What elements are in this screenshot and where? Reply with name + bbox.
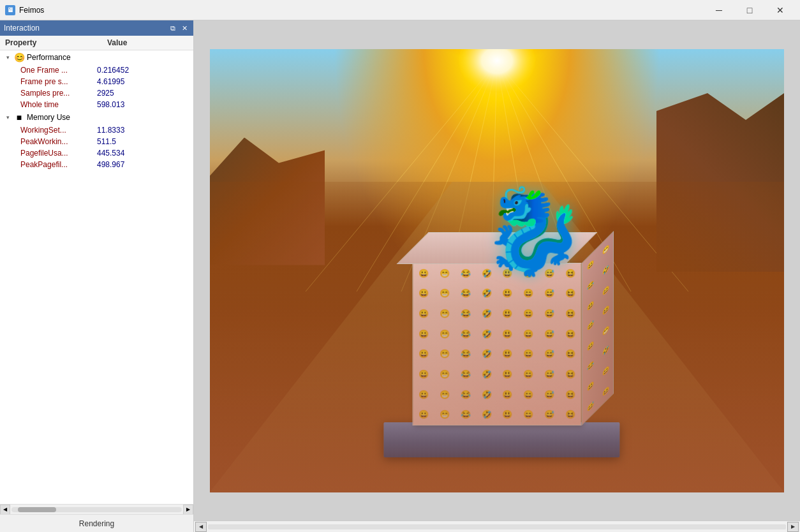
panel-scrollbar-horizontal[interactable]: ◀ ▶ bbox=[0, 504, 193, 514]
prop-value: 4.61995 bbox=[97, 77, 191, 86]
prop-name: One Frame ... bbox=[20, 66, 97, 75]
prop-row: Whole time 598.013 bbox=[0, 99, 193, 110]
scroll-track[interactable] bbox=[11, 507, 182, 512]
prop-row: PeakWorkin... 511.5 bbox=[0, 136, 193, 147]
prop-name: PagefileUsa... bbox=[20, 149, 97, 158]
window-controls: ─ □ ✕ bbox=[704, 0, 795, 20]
left-panel: Interaction ⧉ ✕ Property Value ▾ 😊 Perfo… bbox=[0, 20, 194, 532]
scroll-right-button[interactable]: ▶ bbox=[183, 505, 193, 515]
viewport-scroll-left[interactable]: ◀ bbox=[195, 522, 207, 532]
panel-footer-label: Rendering bbox=[79, 519, 114, 528]
col-property: Property bbox=[5, 38, 107, 47]
expand-icon: ▾ bbox=[3, 112, 13, 122]
prop-value: 11.8333 bbox=[97, 126, 191, 135]
panel-float-button[interactable]: ⧉ bbox=[168, 23, 178, 33]
prop-value: 0.216452 bbox=[97, 66, 191, 75]
panel-controls: ⧉ ✕ bbox=[168, 23, 189, 33]
scroll-left-button[interactable]: ◀ bbox=[0, 505, 10, 515]
scroll-thumb[interactable] bbox=[18, 507, 56, 512]
prop-name: Frame pre s... bbox=[20, 77, 97, 86]
right-panel: 😀😁😂🤣😃😄😅😆😀😁😂🤣😃😄😅😆😀😁😂🤣😃😄😅😆😀😁😂🤣😃😄😅😆😀😁😂🤣😃😄😅😆… bbox=[194, 20, 800, 532]
prop-row: Frame pre s... 4.61995 bbox=[0, 76, 193, 87]
prop-value: 598.013 bbox=[97, 100, 191, 109]
group-icon: 😊 bbox=[14, 52, 24, 63]
prop-value: 2925 bbox=[97, 89, 191, 98]
viewport-scroll-right[interactable]: ▶ bbox=[787, 522, 799, 532]
prop-name: WorkingSet... bbox=[20, 126, 97, 135]
window-title: Feimos bbox=[19, 6, 704, 15]
prop-row: PeakPagefil... 498.967 bbox=[0, 159, 193, 170]
prop-row: Samples pre... 2925 bbox=[0, 87, 193, 99]
prop-name: Whole time bbox=[20, 100, 97, 109]
prop-value: 498.967 bbox=[97, 160, 191, 169]
scene: 😀😁😂🤣😃😄😅😆😀😁😂🤣😃😄😅😆😀😁😂🤣😃😄😅😆😀😁😂🤣😃😄😅😆😀😁😂🤣😃😄😅😆… bbox=[210, 49, 784, 492]
prop-group-performance[interactable]: ▾ 😊 Performance bbox=[0, 50, 193, 64]
prop-name: Samples pre... bbox=[20, 89, 97, 98]
viewport: 😀😁😂🤣😃😄😅😆😀😁😂🤣😃😄😅😆😀😁😂🤣😃😄😅😆😀😁😂🤣😃😄😅😆😀😁😂🤣😃😄😅😆… bbox=[194, 20, 800, 521]
prop-row: One Frame ... 0.216452 bbox=[0, 64, 193, 76]
maximize-button[interactable]: □ bbox=[735, 0, 764, 20]
group-label: Memory Use bbox=[27, 113, 70, 122]
property-table-header: Property Value bbox=[0, 36, 193, 50]
main-layout: Interaction ⧉ ✕ Property Value ▾ 😊 Perfo… bbox=[0, 20, 800, 532]
panel-footer: Rendering bbox=[0, 514, 193, 532]
app-icon: 🖥 bbox=[5, 5, 15, 15]
panel-title: Interaction bbox=[4, 24, 168, 33]
prop-group-memory-use[interactable]: ▾ ■ Memory Use bbox=[0, 110, 193, 124]
expand-icon: ▾ bbox=[3, 52, 13, 63]
property-tree[interactable]: ▾ 😊 Performance One Frame ... 0.216452 F… bbox=[0, 50, 193, 504]
prop-name: PeakWorkin... bbox=[20, 137, 97, 146]
close-button[interactable]: ✕ bbox=[766, 0, 795, 20]
panel-header: Interaction ⧉ ✕ bbox=[0, 20, 193, 36]
minimize-button[interactable]: ─ bbox=[704, 0, 734, 20]
col-value: Value bbox=[107, 38, 188, 47]
prop-name: PeakPagefil... bbox=[20, 160, 97, 169]
viewport-scroll-track[interactable] bbox=[208, 524, 786, 529]
viewport-scrollbar-horizontal[interactable]: ◀ ▶ bbox=[194, 521, 800, 532]
title-bar: 🖥 Feimos ─ □ ✕ bbox=[0, 0, 800, 20]
group-icon: ■ bbox=[14, 112, 24, 122]
prop-value: 445.534 bbox=[97, 149, 191, 158]
dragon: 🐉 bbox=[482, 189, 585, 272]
group-label: Performance bbox=[27, 53, 71, 62]
panel-close-button[interactable]: ✕ bbox=[179, 23, 189, 33]
prop-value: 511.5 bbox=[97, 137, 191, 146]
prop-row: PagefileUsa... 445.534 bbox=[0, 147, 193, 159]
prop-row: WorkingSet... 11.8333 bbox=[0, 124, 193, 136]
